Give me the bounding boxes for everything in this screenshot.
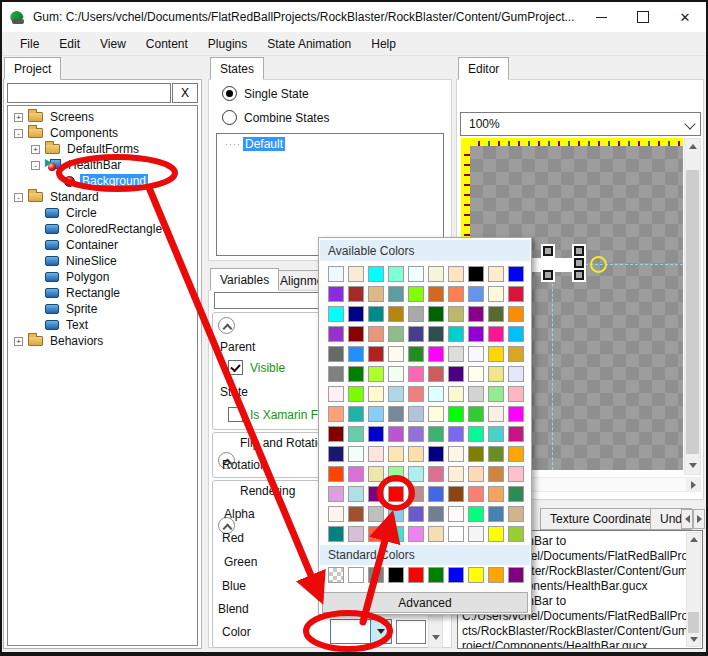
color-swatch[interactable] bbox=[468, 406, 484, 422]
color-swatch[interactable] bbox=[348, 366, 364, 382]
color-swatch[interactable] bbox=[428, 466, 444, 482]
resize-handle[interactable] bbox=[574, 270, 584, 280]
color-swatch[interactable] bbox=[488, 426, 504, 442]
color-swatch[interactable] bbox=[468, 426, 484, 442]
color-swatch[interactable] bbox=[328, 526, 344, 542]
color-swatch[interactable] bbox=[368, 446, 384, 462]
color-swatch[interactable] bbox=[328, 306, 344, 322]
color-swatch[interactable] bbox=[328, 366, 344, 382]
color-swatch[interactable] bbox=[388, 466, 404, 482]
color-swatch[interactable] bbox=[388, 346, 404, 362]
resize-handle[interactable] bbox=[543, 270, 553, 280]
tab-scroll-right-button[interactable] bbox=[693, 509, 705, 529]
tab-project[interactable]: Project bbox=[4, 57, 61, 80]
color-swatch[interactable] bbox=[448, 446, 464, 462]
color-swatch[interactable] bbox=[468, 386, 484, 402]
color-swatch[interactable] bbox=[328, 466, 344, 482]
color-swatch[interactable] bbox=[448, 486, 464, 502]
tab-variables[interactable]: Variables bbox=[210, 268, 279, 291]
color-swatch[interactable] bbox=[348, 286, 364, 302]
color-swatch[interactable] bbox=[448, 306, 464, 322]
color-swatch[interactable] bbox=[408, 406, 424, 422]
color-swatch[interactable] bbox=[468, 486, 484, 502]
color-swatch[interactable] bbox=[508, 406, 524, 422]
color-swatch[interactable] bbox=[408, 506, 424, 522]
color-swatch[interactable] bbox=[388, 266, 404, 282]
color-swatch[interactable] bbox=[488, 486, 504, 502]
tree-item-screens[interactable]: +Screens bbox=[8, 109, 197, 125]
color-swatch[interactable] bbox=[328, 567, 344, 583]
color-swatch[interactable] bbox=[488, 446, 504, 462]
color-swatch[interactable] bbox=[408, 526, 424, 542]
color-swatch[interactable] bbox=[328, 446, 344, 462]
color-swatch[interactable] bbox=[488, 466, 504, 482]
scroll-up-button[interactable] bbox=[685, 139, 700, 154]
color-swatch[interactable] bbox=[508, 366, 524, 382]
tree-item-text[interactable]: Text bbox=[8, 317, 197, 333]
color-swatch[interactable] bbox=[428, 486, 444, 502]
color-swatch[interactable] bbox=[508, 506, 524, 522]
menu-state-animation[interactable]: State Animation bbox=[257, 34, 361, 54]
color-swatch[interactable] bbox=[368, 386, 384, 402]
collapse-icon[interactable]: - bbox=[14, 129, 23, 138]
color-swatch[interactable] bbox=[448, 286, 464, 302]
color-swatch[interactable] bbox=[428, 426, 444, 442]
color-swatch[interactable] bbox=[408, 366, 424, 382]
color-swatch[interactable] bbox=[428, 406, 444, 422]
scroll-down-button[interactable] bbox=[687, 633, 700, 646]
tab-states[interactable]: States bbox=[210, 57, 264, 80]
color-swatch[interactable] bbox=[488, 386, 504, 402]
color-swatch[interactable] bbox=[488, 286, 504, 302]
scroll-right-button[interactable] bbox=[686, 478, 700, 491]
color-swatch[interactable] bbox=[448, 386, 464, 402]
color-swatch[interactable] bbox=[508, 326, 524, 342]
scroll-down-button[interactable] bbox=[685, 458, 700, 473]
color-swatch[interactable] bbox=[468, 506, 484, 522]
color-swatch[interactable] bbox=[468, 567, 484, 583]
color-swatch[interactable] bbox=[328, 346, 344, 362]
color-swatch[interactable] bbox=[468, 326, 484, 342]
color-swatch[interactable] bbox=[328, 326, 344, 342]
color-swatch[interactable] bbox=[368, 466, 384, 482]
color-swatch[interactable] bbox=[488, 406, 504, 422]
scrollbar-thumb[interactable] bbox=[686, 170, 699, 454]
color-swatch[interactable] bbox=[388, 406, 404, 422]
search-clear-button[interactable]: X bbox=[172, 83, 198, 103]
color-swatch[interactable] bbox=[508, 306, 524, 322]
tree-item-circle[interactable]: Circle bbox=[8, 205, 197, 221]
color-swatch[interactable] bbox=[348, 266, 364, 282]
color-swatch[interactable] bbox=[368, 506, 384, 522]
color-swatch[interactable] bbox=[468, 446, 484, 462]
menu-file[interactable]: File bbox=[10, 34, 49, 54]
tree-item-coloredrectangle[interactable]: ColoredRectangle bbox=[8, 221, 197, 237]
tree-item-sprite[interactable]: Sprite bbox=[8, 301, 197, 317]
color-swatch[interactable] bbox=[428, 266, 444, 282]
tab-texture-coordinates[interactable]: Texture Coordinates bbox=[540, 508, 667, 530]
color-swatch[interactable] bbox=[388, 386, 404, 402]
color-swatch[interactable] bbox=[388, 506, 404, 522]
color-swatch[interactable] bbox=[428, 346, 444, 362]
color-swatch[interactable] bbox=[348, 386, 364, 402]
color-swatch[interactable] bbox=[448, 466, 464, 482]
color-swatch[interactable] bbox=[328, 386, 344, 402]
color-swatch[interactable] bbox=[488, 567, 504, 583]
tab-scroll-left-button[interactable] bbox=[681, 509, 693, 529]
color-swatch[interactable] bbox=[488, 506, 504, 522]
color-swatch[interactable] bbox=[508, 386, 524, 402]
color-swatch[interactable] bbox=[448, 506, 464, 522]
color-swatch[interactable] bbox=[508, 346, 524, 362]
color-swatch[interactable] bbox=[428, 526, 444, 542]
color-swatch[interactable] bbox=[468, 306, 484, 322]
tree-item-polygon[interactable]: Polygon bbox=[8, 269, 197, 285]
color-swatch[interactable] bbox=[428, 326, 444, 342]
color-swatch[interactable] bbox=[508, 266, 524, 282]
color-swatch[interactable] bbox=[408, 266, 424, 282]
color-swatch[interactable] bbox=[368, 406, 384, 422]
color-swatch[interactable] bbox=[368, 366, 384, 382]
xamarin-checkbox[interactable]: Is Xamarin For bbox=[228, 407, 329, 422]
maximize-button[interactable] bbox=[622, 2, 664, 32]
tree-item-rectangle[interactable]: Rectangle bbox=[8, 285, 197, 301]
color-swatch[interactable] bbox=[408, 486, 424, 502]
zoom-dropdown[interactable]: 100% bbox=[460, 112, 701, 136]
color-swatch[interactable] bbox=[468, 286, 484, 302]
